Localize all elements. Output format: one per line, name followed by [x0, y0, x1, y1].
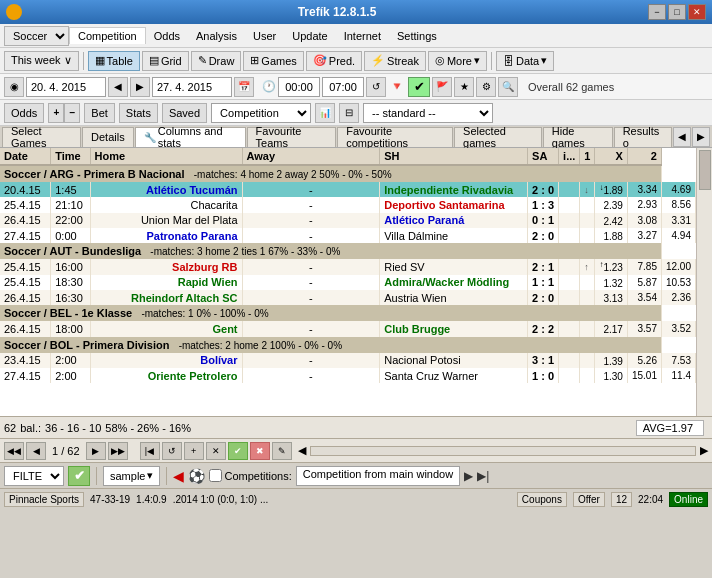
- filter-apply-button[interactable]: ✔: [68, 466, 90, 486]
- link-button[interactable]: ⚙: [476, 77, 496, 97]
- tab-select-games[interactable]: Select Games: [2, 127, 81, 147]
- competitions-checkbox[interactable]: [209, 469, 222, 482]
- plus-button[interactable]: +: [48, 103, 64, 123]
- table-row[interactable]: 23.4.15 2:00 Bolívar - Nacional Potosi 3…: [0, 353, 696, 368]
- cell-o1: 2.17: [595, 321, 627, 336]
- nav-prev-button[interactable]: ◀: [26, 442, 46, 460]
- nav-last-button[interactable]: ▶▶: [108, 442, 128, 460]
- cell-home: Atlético Tucumán: [90, 182, 242, 197]
- nav-remove-button[interactable]: ✕: [206, 442, 226, 460]
- calendar-button[interactable]: 📅: [234, 77, 254, 97]
- menu-competition[interactable]: Competition: [69, 27, 146, 44]
- horizontal-scrollbar[interactable]: [310, 446, 696, 456]
- scrollbar-thumb[interactable]: [699, 150, 711, 190]
- streak-icon: ⚡: [371, 54, 385, 67]
- table-button[interactable]: ▦ Table: [88, 51, 140, 71]
- tab-columns-stats[interactable]: 🔧 Columns and stats: [135, 127, 246, 147]
- menu-internet[interactable]: Internet: [336, 28, 389, 44]
- nav-add-button[interactable]: +: [184, 442, 204, 460]
- nav-refresh-button[interactable]: ↺: [162, 442, 182, 460]
- table-row[interactable]: 26.4.15 22:00 Union Mar del Plata - Atlé…: [0, 213, 696, 228]
- menu-update[interactable]: Update: [284, 28, 335, 44]
- odds-button[interactable]: Odds: [4, 103, 44, 123]
- sport-select[interactable]: Soccer: [4, 26, 69, 46]
- bet-button[interactable]: Bet: [84, 103, 115, 123]
- sample-button[interactable]: sample ▾: [103, 466, 160, 486]
- status-record: 47-33-19: [90, 494, 130, 505]
- time-refresh-button[interactable]: ↺: [366, 77, 386, 97]
- tab-selected-games[interactable]: Selected games: [454, 127, 542, 147]
- menu-user[interactable]: User: [245, 28, 284, 44]
- table-row[interactable]: 25.4.15 16:00 Salzburg RB - Ried SV 2 : …: [0, 259, 696, 274]
- date-from-input[interactable]: [26, 77, 106, 97]
- time-to-input[interactable]: [322, 77, 364, 97]
- more-button[interactable]: ◎ More ▾: [428, 51, 487, 71]
- pred-button[interactable]: 🎯 Pred.: [306, 51, 362, 71]
- table-row[interactable]: 20.4.15 1:45 Atlético Tucumán - Independ…: [0, 182, 696, 197]
- table-row[interactable]: 26.4.15 18:00 Gent - Club Brugge 2 : 2 2…: [0, 321, 696, 336]
- cell-o1: 1.32: [595, 275, 627, 290]
- date-to-input[interactable]: [152, 77, 232, 97]
- col-sa: SA: [528, 148, 559, 165]
- flag-button[interactable]: 🚩: [432, 77, 452, 97]
- menu-settings[interactable]: Settings: [389, 28, 445, 44]
- comp-icon-button[interactable]: 📊: [315, 103, 335, 123]
- arrow-red-left[interactable]: ◀: [173, 468, 184, 484]
- cell-o2: 10.53: [661, 275, 695, 290]
- stats-button[interactable]: Stats: [119, 103, 158, 123]
- arrow-right[interactable]: ▶: [464, 469, 473, 483]
- table-row[interactable]: 27.4.15 2:00 Oriente Petrolero - Santa C…: [0, 368, 696, 383]
- minimize-button[interactable]: −: [648, 4, 666, 20]
- nav-next-button[interactable]: ▶: [86, 442, 106, 460]
- filter-icon-button[interactable]: ⊟: [339, 103, 359, 123]
- arrow-end[interactable]: ▶|: [477, 469, 489, 483]
- table-row[interactable]: 26.4.15 16:30 Rheindorf Altach SC - Aust…: [0, 290, 696, 305]
- tab-favourite-competitions[interactable]: Favourite competitions: [337, 127, 453, 147]
- nav-first-button[interactable]: ◀◀: [4, 442, 24, 460]
- menu-analysis[interactable]: Analysis: [188, 28, 245, 44]
- time-from-input[interactable]: [278, 77, 320, 97]
- draw-button[interactable]: ✎ Draw: [191, 51, 242, 71]
- table-row[interactable]: 25.4.15 21:10 Chacarita - Deportivo Sant…: [0, 197, 696, 212]
- games-button[interactable]: ⊞ Games: [243, 51, 303, 71]
- search-button[interactable]: 🔍: [498, 77, 518, 97]
- date-next-button[interactable]: ▶: [130, 77, 150, 97]
- saved-button[interactable]: Saved: [162, 103, 207, 123]
- tab-arrow-left[interactable]: ◀: [673, 127, 691, 147]
- sample-label: sample: [110, 470, 145, 482]
- tab-arrow-right[interactable]: ▶: [692, 127, 710, 147]
- filter-select[interactable]: FILTER: [4, 466, 64, 486]
- nav-delete-button[interactable]: ✖: [250, 442, 270, 460]
- cell-time: 0:00: [51, 228, 90, 243]
- tab-details[interactable]: Details: [82, 127, 134, 147]
- nav-edit-button[interactable]: ✎: [272, 442, 292, 460]
- star-button[interactable]: ★: [454, 77, 474, 97]
- grid-button[interactable]: ▤ Grid: [142, 51, 189, 71]
- more-icon: ◎: [435, 54, 445, 67]
- tab-hide-games[interactable]: Hide games: [543, 127, 613, 147]
- status-last-result: .2014 1:0 (0:0, 1:0) ...: [173, 494, 269, 505]
- cell-i: [580, 368, 595, 383]
- close-button[interactable]: ✕: [688, 4, 706, 20]
- nav-icon-left[interactable]: ◉: [4, 77, 24, 97]
- minus-button[interactable]: −: [64, 103, 80, 123]
- cell-score: 2 : 0: [528, 290, 559, 305]
- table-row[interactable]: 27.4.15 0:00 Patronato Parana - Villa Dá…: [0, 228, 696, 243]
- this-week-button[interactable]: This week ∨: [4, 51, 79, 71]
- table-row[interactable]: 25.4.15 18:30 Rapid Wien - Admira/Wacker…: [0, 275, 696, 290]
- streak-button[interactable]: ⚡ Streak: [364, 51, 426, 71]
- cell-o2: 8.56: [661, 197, 695, 212]
- tab-results[interactable]: Results o: [614, 127, 673, 147]
- competition-select[interactable]: Competition: [211, 103, 311, 123]
- vertical-scrollbar[interactable]: [696, 148, 712, 416]
- maximize-button[interactable]: □: [668, 4, 686, 20]
- standard-select[interactable]: -- standard --: [363, 103, 493, 123]
- date-prev-button[interactable]: ◀: [108, 77, 128, 97]
- apply-button[interactable]: ✔: [408, 77, 430, 97]
- table-icon: ▦: [95, 54, 105, 67]
- tab-favourite-teams[interactable]: Favourite Teams: [247, 127, 337, 147]
- nav-check-button[interactable]: ✔: [228, 442, 248, 460]
- menu-odds[interactable]: Odds: [146, 28, 188, 44]
- data-button[interactable]: 🗄 Data ▾: [496, 51, 554, 71]
- nav-mark-button[interactable]: |◀: [140, 442, 160, 460]
